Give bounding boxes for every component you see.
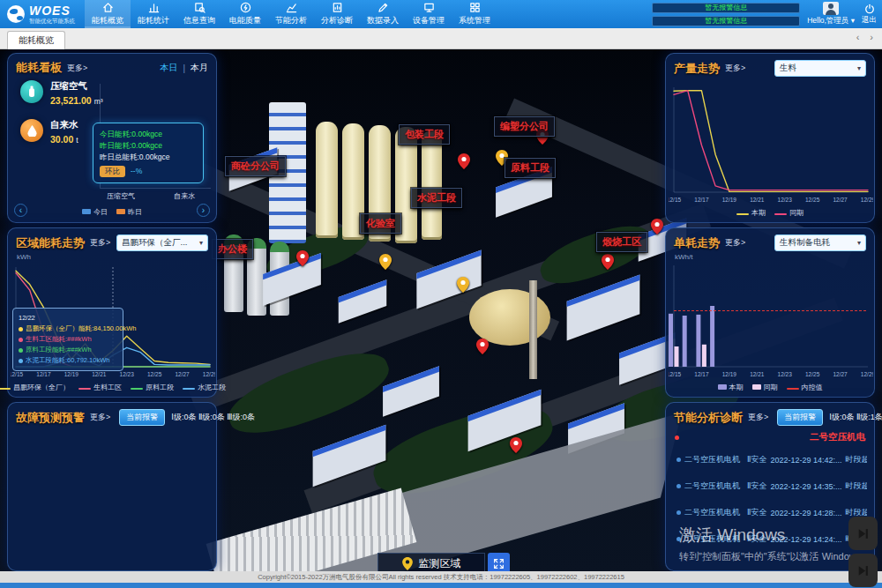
legend-label: 水泥工段	[198, 383, 226, 391]
legend-label: 昌鹏环保（全厂）	[13, 383, 70, 391]
svg-text:12/29: 12/29	[861, 371, 873, 377]
map-pin-icon[interactable]	[602, 254, 614, 270]
map-label-shangtong-branch[interactable]: 商砼分公司	[225, 156, 286, 176]
nav-item-system-management[interactable]: 系统管理	[452, 0, 497, 28]
current-alarm-button[interactable]: 当前报警	[777, 409, 823, 426]
alarm-level: Ⅱ安全	[747, 507, 766, 518]
panel-energy-diagnosis: 节能分析诊断 更多> 当前报警 Ⅰ级:0条 Ⅱ级:1条 Ⅲ级:0条 二号空压机电…	[665, 402, 875, 571]
svg-text:12/27: 12/27	[175, 371, 190, 377]
region-select[interactable]: 昌鹏环保（全厂...▾	[116, 234, 208, 251]
ratio-value: --%	[131, 166, 142, 177]
nav-item-power-quality[interactable]: 电能质量	[222, 0, 268, 28]
alarm-time: 2022-12-29 14:28:...	[770, 509, 841, 517]
tooltip-row: 原料工段能耗:###kWh	[26, 345, 92, 355]
legend-swatch-control	[787, 388, 799, 390]
building	[383, 366, 439, 416]
kanban-prev-button[interactable]: ‹	[14, 204, 27, 217]
alarm-level: Ⅱ安全	[747, 480, 766, 492]
more-link[interactable]: 更多>	[90, 412, 110, 423]
map-label-calcination-area[interactable]: 煅烧工区	[596, 232, 647, 252]
building	[339, 279, 387, 324]
more-link[interactable]: 更多>	[90, 237, 110, 249]
silo	[316, 122, 338, 238]
alarm-time: 2022-12-29 14:35:...	[770, 482, 841, 491]
lightning-icon	[240, 2, 251, 13]
panel-energy-kanban: 能耗看板 更多> 本日 | 本月 压缩空气 23,521.00m³ 自来水	[7, 53, 217, 223]
map-pin-icon[interactable]	[296, 250, 309, 266]
avatar	[823, 2, 839, 15]
alarm-level: Ⅱ安全	[747, 454, 766, 465]
logout-button[interactable]: 退出	[862, 4, 877, 26]
nav-item-analysis-diagnosis[interactable]: 分析诊断	[314, 0, 360, 28]
nav-item-energy-stats[interactable]: 能耗统计	[131, 0, 176, 28]
map-pin-icon[interactable]	[379, 254, 392, 270]
map-pin-icon[interactable]	[651, 219, 663, 234]
alarm-list-item[interactable]: 二号空压机电机 Ⅱ安全 2022-12-29 14:35:... 时段超限-关.…	[676, 480, 867, 492]
nav-item-info-query[interactable]: 信息查询	[176, 0, 222, 28]
document-search-icon	[194, 2, 206, 13]
map-pin-icon[interactable]	[458, 153, 470, 169]
alarm-list-item[interactable]: 二号空压机电机 Ⅱ安全 2022-12-29 14:28:... 时段超限-关.…	[676, 507, 867, 518]
alarm-time: 2022-12-29 14:24:...	[770, 535, 841, 544]
alarm-device: 二号空压机电机	[684, 480, 740, 492]
map-pin-icon[interactable]	[457, 277, 469, 293]
nav-item-device-management[interactable]: 设备管理	[406, 0, 452, 28]
more-link[interactable]: 更多>	[67, 63, 87, 74]
dashboard-root: WOES 智能优化节能系统 能耗概览 能耗统计 信息查询 电能质量	[0, 0, 882, 588]
bar-chart-icon	[148, 2, 160, 13]
alarm-level: Ⅱ安全	[747, 533, 766, 545]
kanban-next-button[interactable]: ›	[197, 204, 210, 217]
tooltip-row: 生料工区能耗:###kWh	[26, 334, 92, 345]
toggle-month[interactable]: 本月	[191, 62, 208, 74]
monitor-icon	[423, 2, 435, 13]
map-label-raw-material-section[interactable]: 原料工段	[505, 158, 556, 178]
overlay-media-button-top[interactable]	[848, 517, 878, 550]
overlay-media-button-bottom[interactable]	[848, 554, 878, 587]
more-link[interactable]: 更多>	[725, 237, 745, 249]
legend-swatch-yesterday	[116, 209, 125, 214]
svg-text:12/19: 12/19	[722, 371, 737, 377]
tab-energy-overview[interactable]: 能耗概览	[7, 31, 65, 49]
more-link[interactable]: 更多>	[725, 63, 745, 74]
alarm-list-item[interactable]: 二号空压机电机 Ⅱ安全 2022-12-29 14:42:... 时段超限-关.…	[676, 454, 867, 465]
nav-item-data-entry[interactable]: 数据录入	[360, 0, 406, 28]
user-greeting: Hello,管理员 ▾	[807, 16, 855, 26]
map-pin-icon[interactable]	[476, 339, 489, 354]
unit-select[interactable]: 生料制备电耗▾	[774, 234, 866, 251]
alarm-list-item[interactable]: 二号空压机电机 Ⅱ安全 2022-12-29 14:24:... 时段超限-关.…	[676, 533, 867, 545]
svg-text:12/17: 12/17	[694, 197, 709, 203]
region-chart-tooltip: 12/22 昌鹏环保（全厂）能耗:84,150.00kWh 生料工区能耗:###…	[12, 308, 123, 371]
app-logo: WOES 智能优化节能系统	[0, 0, 85, 28]
toggle-today[interactable]: 本日	[160, 62, 177, 74]
kanban-axis-label: 压缩空气	[107, 191, 135, 201]
tab-scroll-left-icon[interactable]: ‹	[856, 32, 860, 42]
current-alarm-button[interactable]: 当前报警	[119, 409, 165, 426]
map-label-packaging-section[interactable]: 包装工段	[399, 124, 450, 145]
svg-text:12/23: 12/23	[778, 197, 793, 203]
user-menu[interactable]: Hello,管理员 ▾	[807, 2, 855, 26]
svg-text:12/19: 12/19	[64, 371, 79, 377]
production-select[interactable]: 生料▾	[774, 60, 866, 77]
tooltip-today-energy: 今日能耗:0.00kgce	[100, 129, 197, 140]
fullscreen-icon	[493, 558, 505, 569]
tab-scroll-right-icon[interactable]: ›	[870, 32, 873, 42]
kanban-chart-x-axis	[100, 188, 211, 189]
svg-text:12/19: 12/19	[722, 197, 737, 203]
map-label-cement-section[interactable]: 水泥工段	[411, 188, 462, 208]
map-label-office-building[interactable]: 办公楼	[212, 239, 253, 259]
chevron-down-icon: ▾	[857, 64, 861, 72]
nav-item-energy-overview[interactable]: 能耗概览	[85, 0, 131, 28]
map-label-laboratory[interactable]: 化验室	[360, 213, 401, 234]
kanban-axis-label: 自来水	[174, 191, 195, 201]
alarm-banner-top[interactable]: 暂无报警信息	[652, 3, 800, 13]
nav-item-energy-analysis[interactable]: 节能分析	[268, 0, 314, 28]
more-link[interactable]: 更多>	[748, 412, 768, 423]
legend-label: 本期	[751, 209, 766, 217]
alarm-desc: 时段超限-关...	[846, 480, 868, 492]
alarm-banner-bottom[interactable]: 暂无报警信息	[652, 16, 800, 26]
map-pin-icon[interactable]	[510, 437, 522, 453]
svg-text:12/17: 12/17	[36, 371, 51, 377]
legend-swatch	[183, 388, 195, 390]
metric-unit: m³	[94, 97, 103, 106]
map-label-biansu-branch[interactable]: 编塑分公司	[494, 116, 555, 137]
